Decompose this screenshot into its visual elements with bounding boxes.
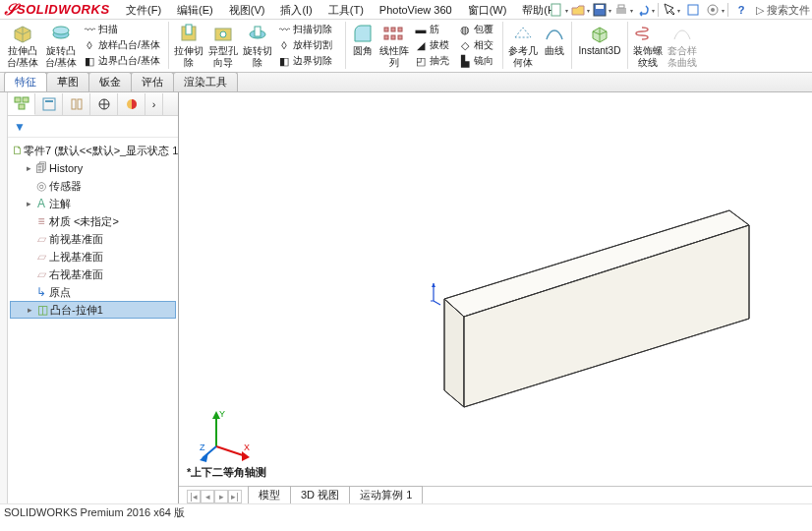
task-pane-strip[interactable]: [0, 92, 8, 503]
cmd-loft[interactable]: ◊放样凸台/基体: [81, 38, 165, 52]
svg-text:Y: Y: [219, 409, 225, 419]
cmd-curves[interactable]: 曲线: [541, 22, 568, 71]
cmd-extrude-cut[interactable]: 拉伸切 除: [172, 22, 205, 71]
tree-annotations[interactable]: ▸ A 注解: [10, 195, 176, 212]
svg-rect-21: [398, 35, 402, 39]
rebuild-button[interactable]: [682, 1, 704, 19]
tree-history[interactable]: ▸ 🗐 History: [10, 159, 176, 177]
search-box[interactable]: ▷ 搜索文件: [756, 3, 810, 18]
cmd-loft-cut[interactable]: ◊放样切割: [275, 38, 342, 52]
intersect-icon: ◇: [458, 38, 472, 52]
cmd-ref-geometry[interactable]: 参考几 何体: [506, 22, 540, 71]
history-icon: 🗐: [33, 161, 49, 175]
menu-edit[interactable]: 编辑(E): [169, 3, 221, 18]
tab-features[interactable]: 特征: [4, 72, 47, 91]
dropdown-icon: ▾: [565, 7, 568, 14]
cmd-linear-pattern[interactable]: 线性阵 列: [377, 22, 411, 71]
print-button[interactable]: ▾: [612, 1, 634, 19]
display-mgr-tab[interactable]: [118, 93, 145, 115]
boundary-cut-icon: ◧: [277, 54, 291, 68]
open-doc-button[interactable]: ▾: [569, 1, 591, 19]
plane-icon: ▱: [33, 232, 49, 246]
curves-icon: [541, 22, 568, 45]
tab-last-button[interactable]: ▸|: [228, 490, 242, 503]
node-label: 材质 <未指定>: [49, 214, 119, 229]
tab-first-button[interactable]: |◂: [187, 490, 201, 503]
funnel-icon[interactable]: ▼: [14, 120, 26, 134]
tab-prev-button[interactable]: ◂: [201, 490, 214, 503]
menu-insert[interactable]: 插入(I): [272, 3, 319, 18]
cmd-label: 旋转切 除: [243, 45, 272, 69]
tree-top-plane[interactable]: ▱ 上视基准面: [10, 248, 176, 266]
tree-sensors[interactable]: ◎ 传感器: [10, 177, 176, 195]
tab-next-button[interactable]: ▸: [214, 490, 228, 503]
new-doc-button[interactable]: ▾: [548, 1, 569, 19]
svg-point-9: [53, 27, 69, 34]
bottom-tab-motion1[interactable]: 运动算例 1: [349, 486, 423, 503]
node-label: 凸台-拉伸1: [50, 303, 103, 318]
save-button[interactable]: ▾: [591, 1, 612, 19]
view-triad[interactable]: Y X Z: [201, 407, 254, 460]
dimxpert-tab[interactable]: [90, 93, 118, 115]
cmd-hole-wizard[interactable]: 异型孔 向导: [206, 22, 240, 71]
cmd-revolve-boss[interactable]: 旋转凸 台/基体: [42, 22, 80, 71]
cmd-label: 旋转凸 台/基体: [45, 45, 78, 69]
fm-tree-tab[interactable]: [8, 93, 35, 115]
quick-toolbar: ▾ ▾ ▾ ▾ ▾ ▾ ▾ ? ▷ 搜索文件: [548, 0, 810, 20]
dropdown-icon: ▾: [630, 7, 633, 14]
cmd-revolve-cut[interactable]: 旋转切 除: [241, 22, 274, 71]
menu-tools[interactable]: 工具(T): [320, 3, 372, 18]
tab-sheetmetal[interactable]: 钣金: [88, 72, 132, 91]
options-button[interactable]: ▾: [704, 1, 725, 19]
svg-rect-36: [78, 99, 82, 109]
tab-render[interactable]: 渲染工具: [173, 72, 238, 91]
cmd-sweep-cut[interactable]: 〰扫描切除: [275, 23, 342, 36]
cmd-extrude-boss[interactable]: 拉伸凸 台/基体: [4, 22, 41, 71]
select-button[interactable]: ▾: [661, 1, 682, 19]
cmd-fit-spline[interactable]: 套合样 条曲线: [666, 22, 699, 71]
tree-extrude1[interactable]: ▸ ◫ 凸台-拉伸1: [10, 301, 176, 319]
expand-icon[interactable]: ▸: [24, 163, 33, 173]
tree-origin[interactable]: ↳ 原点: [10, 283, 176, 301]
svg-rect-30: [15, 97, 21, 102]
undo-button[interactable]: ▾: [634, 1, 656, 19]
cmd-intersect[interactable]: ◇相交: [456, 38, 499, 52]
menu-window[interactable]: 窗口(W): [460, 3, 515, 18]
expand-icon[interactable]: ▸: [24, 199, 33, 208]
bottom-tab-model[interactable]: 模型: [248, 486, 291, 503]
cmd-boundary[interactable]: ◧边界凸台/基体: [81, 54, 165, 68]
cmd-instant3d[interactable]: Instant3D: [575, 22, 624, 71]
svg-marker-57: [242, 451, 250, 461]
cmd-draft[interactable]: ◢拔模: [412, 38, 455, 52]
cmd-shell[interactable]: ◰抽壳: [412, 54, 455, 68]
cmd-fillet[interactable]: 圆角: [349, 22, 377, 71]
svg-line-56: [216, 446, 246, 456]
cmd-label: 拉伸切 除: [174, 45, 203, 69]
cmd-sweep[interactable]: 〰扫描: [81, 23, 165, 36]
cmd-boundary-cut[interactable]: ◧边界切除: [275, 54, 342, 68]
menu-pv360[interactable]: PhotoView 360: [372, 4, 460, 16]
svg-rect-32: [19, 104, 25, 109]
graphics-viewport[interactable]: Y X Z 上下二等角轴测 |◂ ◂ ▸ ▸| 模型 3D 视图 运动算例 1: [179, 92, 812, 503]
help-button[interactable]: ?: [730, 1, 752, 19]
fm-more-tab[interactable]: ›: [145, 93, 163, 115]
cmd-wrap[interactable]: ◍包覆: [456, 23, 499, 36]
svg-rect-35: [72, 99, 76, 109]
tree-material[interactable]: ≡ 材质 <未指定>: [10, 212, 176, 230]
tree-front-plane[interactable]: ▱ 前视基准面: [10, 230, 176, 248]
cmd-rib[interactable]: ▬筋: [412, 23, 455, 36]
config-mgr-tab[interactable]: [63, 93, 90, 115]
bottom-tab-3dview[interactable]: 3D 视图: [290, 486, 350, 503]
tab-evaluate[interactable]: 评估: [131, 72, 174, 91]
tab-sketch[interactable]: 草图: [46, 72, 89, 91]
cmd-label: 曲线: [545, 45, 564, 57]
menu-file[interactable]: 文件(F): [118, 3, 169, 18]
tree-root[interactable]: 🗋 零件7 (默认<<默认>_显示状态 1>): [10, 142, 176, 159]
property-mgr-tab[interactable]: [35, 93, 63, 115]
svg-point-7: [711, 8, 715, 12]
expand-icon[interactable]: ▸: [25, 305, 34, 315]
tree-right-plane[interactable]: ▱ 右视基准面: [10, 266, 176, 283]
menu-view[interactable]: 视图(V): [221, 3, 273, 18]
cmd-mirror[interactable]: ▙镜向: [456, 54, 499, 68]
cmd-thread[interactable]: 装饰螺 纹线: [631, 22, 665, 71]
